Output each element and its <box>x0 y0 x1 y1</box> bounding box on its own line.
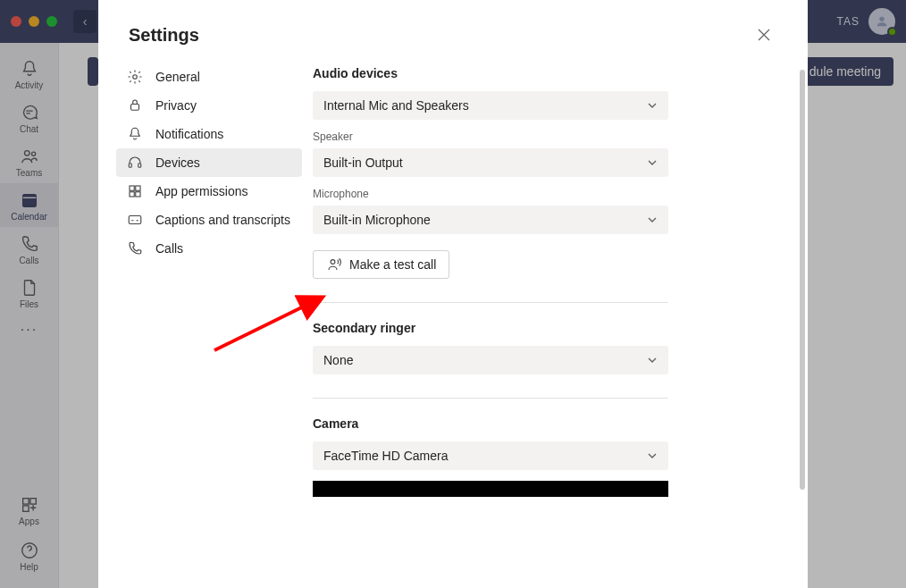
secondary-ringer-select[interactable]: None <box>313 346 668 374</box>
settings-dialog: Settings General Privacy Notifications D… <box>98 0 808 588</box>
category-label: General <box>155 70 200 84</box>
divider <box>313 398 668 399</box>
grid-icon <box>127 183 143 199</box>
category-captions[interactable]: Captions and transcripts <box>116 206 302 234</box>
svg-point-8 <box>133 75 138 80</box>
svg-rect-14 <box>130 192 134 197</box>
captions-icon <box>127 212 143 228</box>
svg-rect-16 <box>129 216 141 224</box>
close-button[interactable] <box>751 21 777 48</box>
chevron-down-icon <box>647 100 658 111</box>
microphone-select[interactable]: Built-in Microphone <box>313 206 668 234</box>
category-label: Privacy <box>155 98 197 113</box>
headset-icon <box>127 155 143 171</box>
panel-scrollbar[interactable] <box>800 43 805 543</box>
select-value: Built-in Output <box>323 155 403 170</box>
chevron-down-icon <box>647 214 658 225</box>
category-notifications[interactable]: Notifications <box>116 120 302 148</box>
svg-point-17 <box>331 260 335 265</box>
category-label: Devices <box>155 155 200 170</box>
audio-devices-heading: Audio devices <box>313 66 772 80</box>
select-value: Internal Mic and Speakers <box>323 98 469 113</box>
category-label: App permissions <box>155 184 248 198</box>
audio-device-select[interactable]: Internal Mic and Speakers <box>313 91 668 120</box>
chevron-down-icon <box>647 450 658 461</box>
svg-rect-12 <box>130 186 134 190</box>
camera-select[interactable]: FaceTime HD Camera <box>313 441 668 470</box>
svg-rect-15 <box>136 192 140 197</box>
close-icon <box>758 29 770 41</box>
chevron-down-icon <box>647 157 658 168</box>
make-test-call-button[interactable]: Make a test call <box>313 250 449 279</box>
bell-icon <box>127 126 143 142</box>
secondary-ringer-heading: Secondary ringer <box>313 321 772 335</box>
category-calls[interactable]: Calls <box>116 234 302 263</box>
redacted-area <box>313 481 668 497</box>
gear-icon <box>127 69 143 85</box>
select-value: Built-in Microphone <box>323 213 431 227</box>
settings-title: Settings <box>129 25 199 46</box>
svg-rect-9 <box>131 105 139 111</box>
chevron-down-icon <box>647 355 658 365</box>
lock-icon <box>127 97 143 113</box>
category-label: Notifications <box>155 127 223 141</box>
category-label: Calls <box>155 241 183 256</box>
devices-panel: Audio devices Internal Mic and Speakers … <box>306 55 808 588</box>
category-general[interactable]: General <box>116 63 302 91</box>
camera-heading: Camera <box>313 416 772 431</box>
category-privacy[interactable]: Privacy <box>116 91 302 120</box>
svg-rect-10 <box>129 164 131 168</box>
category-label: Captions and transcripts <box>155 213 290 227</box>
category-app-permissions[interactable]: App permissions <box>116 177 302 206</box>
make-test-call-label: Make a test call <box>349 257 436 272</box>
category-devices[interactable]: Devices <box>116 148 302 177</box>
scrollbar-thumb[interactable] <box>800 70 805 490</box>
select-value: FaceTime HD Camera <box>323 449 449 463</box>
speaker-label: Speaker <box>313 130 772 143</box>
person-voice-icon <box>326 256 342 273</box>
phone-icon <box>127 240 143 256</box>
svg-rect-11 <box>138 164 141 168</box>
settings-category-list: General Privacy Notifications Devices Ap… <box>113 55 306 588</box>
divider <box>313 302 668 303</box>
select-value: None <box>323 353 353 367</box>
svg-rect-13 <box>136 186 140 190</box>
microphone-label: Microphone <box>313 188 772 200</box>
speaker-select[interactable]: Built-in Output <box>313 148 668 177</box>
